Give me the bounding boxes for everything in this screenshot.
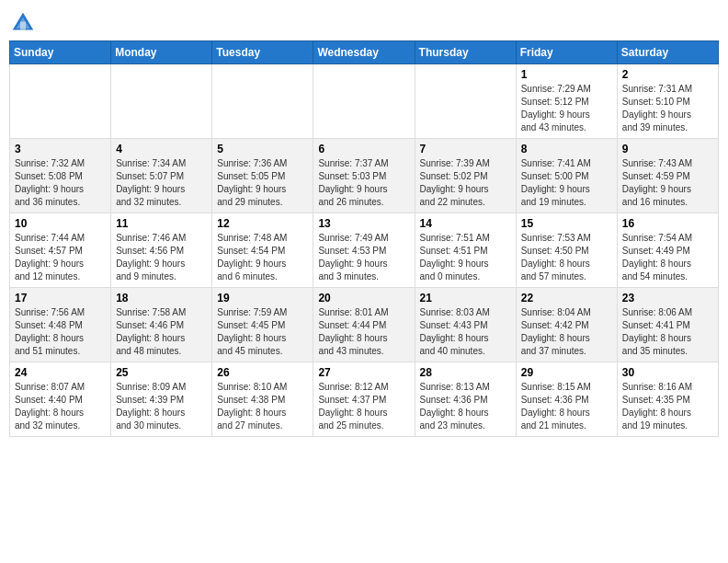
day-number: 4	[116, 143, 207, 155]
day-number: 30	[622, 366, 713, 379]
calendar-cell: 6Sunrise: 7:37 AM Sunset: 5:03 PM Daylig…	[313, 139, 415, 213]
day-number: 16	[622, 217, 713, 230]
calendar-cell: 16Sunrise: 7:54 AM Sunset: 4:49 PM Dayli…	[617, 213, 718, 288]
calendar-cell: 7Sunrise: 7:39 AM Sunset: 5:02 PM Daylig…	[415, 139, 516, 213]
day-number: 18	[116, 292, 207, 304]
col-header-monday: Monday	[111, 41, 212, 64]
calendar-cell	[415, 64, 516, 139]
calendar-cell: 17Sunrise: 7:56 AM Sunset: 4:48 PM Dayli…	[10, 288, 111, 362]
day-info: Sunrise: 7:54 AM Sunset: 4:49 PM Dayligh…	[622, 232, 713, 283]
day-info: Sunrise: 8:06 AM Sunset: 4:41 PM Dayligh…	[622, 306, 713, 358]
day-info: Sunrise: 7:44 AM Sunset: 4:57 PM Dayligh…	[15, 232, 106, 283]
calendar-cell: 12Sunrise: 7:48 AM Sunset: 4:54 PM Dayli…	[212, 213, 313, 288]
day-number: 22	[521, 292, 612, 304]
day-number: 13	[318, 217, 409, 230]
day-info: Sunrise: 7:49 AM Sunset: 4:53 PM Dayligh…	[318, 232, 409, 283]
day-number: 27	[318, 366, 409, 379]
day-info: Sunrise: 7:37 AM Sunset: 5:03 PM Dayligh…	[318, 157, 409, 209]
week-row-5: 24Sunrise: 8:07 AM Sunset: 4:40 PM Dayli…	[10, 362, 719, 437]
day-info: Sunrise: 7:34 AM Sunset: 5:07 PM Dayligh…	[116, 157, 207, 209]
calendar-cell: 8Sunrise: 7:41 AM Sunset: 5:00 PM Daylig…	[516, 139, 617, 213]
day-number: 19	[217, 292, 308, 304]
day-info: Sunrise: 7:48 AM Sunset: 4:54 PM Dayligh…	[217, 232, 308, 283]
day-number: 10	[15, 217, 106, 230]
calendar-cell: 2Sunrise: 7:31 AM Sunset: 5:10 PM Daylig…	[617, 64, 718, 139]
calendar-cell: 11Sunrise: 7:46 AM Sunset: 4:56 PM Dayli…	[111, 213, 212, 288]
col-header-friday: Friday	[516, 41, 617, 64]
logo	[9, 9, 40, 37]
day-info: Sunrise: 7:58 AM Sunset: 4:46 PM Dayligh…	[116, 306, 207, 358]
day-number: 9	[622, 143, 713, 155]
day-info: Sunrise: 8:09 AM Sunset: 4:39 PM Dayligh…	[116, 381, 207, 432]
day-info: Sunrise: 7:59 AM Sunset: 4:45 PM Dayligh…	[217, 306, 308, 358]
day-number: 23	[622, 292, 713, 304]
day-number: 25	[116, 366, 207, 379]
calendar-cell: 21Sunrise: 8:03 AM Sunset: 4:43 PM Dayli…	[415, 288, 516, 362]
calendar-cell: 18Sunrise: 7:58 AM Sunset: 4:46 PM Dayli…	[111, 288, 212, 362]
calendar-cell: 27Sunrise: 8:12 AM Sunset: 4:37 PM Dayli…	[313, 362, 415, 437]
day-number: 3	[15, 143, 106, 155]
day-number: 12	[217, 217, 308, 230]
day-number: 28	[420, 366, 511, 379]
col-header-wednesday: Wednesday	[313, 41, 415, 64]
header-row: SundayMondayTuesdayWednesdayThursdayFrid…	[10, 41, 719, 64]
day-info: Sunrise: 7:31 AM Sunset: 5:10 PM Dayligh…	[622, 83, 713, 134]
calendar-cell: 22Sunrise: 8:04 AM Sunset: 4:42 PM Dayli…	[516, 288, 617, 362]
day-info: Sunrise: 7:32 AM Sunset: 5:08 PM Dayligh…	[15, 157, 106, 209]
day-number: 17	[15, 292, 106, 304]
day-number: 5	[217, 143, 308, 155]
calendar-cell	[10, 64, 111, 139]
svg-rect-2	[20, 22, 26, 30]
calendar-cell: 29Sunrise: 8:15 AM Sunset: 4:36 PM Dayli…	[516, 362, 617, 437]
calendar-cell	[111, 64, 212, 139]
day-info: Sunrise: 7:56 AM Sunset: 4:48 PM Dayligh…	[15, 306, 106, 358]
week-row-2: 3Sunrise: 7:32 AM Sunset: 5:08 PM Daylig…	[10, 139, 719, 213]
day-number: 11	[116, 217, 207, 230]
day-info: Sunrise: 8:16 AM Sunset: 4:35 PM Dayligh…	[622, 381, 713, 432]
day-number: 26	[217, 366, 308, 379]
calendar-cell: 15Sunrise: 7:53 AM Sunset: 4:50 PM Dayli…	[516, 213, 617, 288]
week-row-4: 17Sunrise: 7:56 AM Sunset: 4:48 PM Dayli…	[10, 288, 719, 362]
day-info: Sunrise: 7:41 AM Sunset: 5:00 PM Dayligh…	[521, 157, 612, 209]
calendar-cell: 4Sunrise: 7:34 AM Sunset: 5:07 PM Daylig…	[111, 139, 212, 213]
day-info: Sunrise: 8:13 AM Sunset: 4:36 PM Dayligh…	[420, 381, 511, 432]
col-header-sunday: Sunday	[10, 41, 111, 64]
calendar-cell: 14Sunrise: 7:51 AM Sunset: 4:51 PM Dayli…	[415, 213, 516, 288]
day-info: Sunrise: 8:01 AM Sunset: 4:44 PM Dayligh…	[318, 306, 409, 358]
day-info: Sunrise: 7:53 AM Sunset: 4:50 PM Dayligh…	[521, 232, 612, 283]
calendar-cell: 25Sunrise: 8:09 AM Sunset: 4:39 PM Dayli…	[111, 362, 212, 437]
calendar-cell: 23Sunrise: 8:06 AM Sunset: 4:41 PM Dayli…	[617, 288, 718, 362]
day-number: 6	[318, 143, 409, 155]
calendar-cell: 20Sunrise: 8:01 AM Sunset: 4:44 PM Dayli…	[313, 288, 415, 362]
calendar-cell: 24Sunrise: 8:07 AM Sunset: 4:40 PM Dayli…	[10, 362, 111, 437]
col-header-saturday: Saturday	[617, 41, 718, 64]
calendar-cell: 9Sunrise: 7:43 AM Sunset: 4:59 PM Daylig…	[617, 139, 718, 213]
page-header	[9, 9, 719, 37]
day-info: Sunrise: 8:03 AM Sunset: 4:43 PM Dayligh…	[420, 306, 511, 358]
col-header-tuesday: Tuesday	[212, 41, 313, 64]
day-info: Sunrise: 7:36 AM Sunset: 5:05 PM Dayligh…	[217, 157, 308, 209]
day-info: Sunrise: 8:04 AM Sunset: 4:42 PM Dayligh…	[521, 306, 612, 358]
day-number: 15	[521, 217, 612, 230]
day-info: Sunrise: 8:15 AM Sunset: 4:36 PM Dayligh…	[521, 381, 612, 432]
day-number: 29	[521, 366, 612, 379]
day-info: Sunrise: 7:43 AM Sunset: 4:59 PM Dayligh…	[622, 157, 713, 209]
calendar-cell: 5Sunrise: 7:36 AM Sunset: 5:05 PM Daylig…	[212, 139, 313, 213]
logo-icon	[9, 9, 37, 37]
day-number: 21	[420, 292, 511, 304]
day-number: 8	[521, 143, 612, 155]
day-number: 24	[15, 366, 106, 379]
day-number: 2	[622, 68, 713, 81]
day-info: Sunrise: 7:39 AM Sunset: 5:02 PM Dayligh…	[420, 157, 511, 209]
calendar-cell	[313, 64, 415, 139]
day-info: Sunrise: 7:51 AM Sunset: 4:51 PM Dayligh…	[420, 232, 511, 283]
calendar-cell	[212, 64, 313, 139]
calendar-cell: 30Sunrise: 8:16 AM Sunset: 4:35 PM Dayli…	[617, 362, 718, 437]
day-number: 14	[420, 217, 511, 230]
calendar-cell: 13Sunrise: 7:49 AM Sunset: 4:53 PM Dayli…	[313, 213, 415, 288]
calendar-cell: 26Sunrise: 8:10 AM Sunset: 4:38 PM Dayli…	[212, 362, 313, 437]
day-info: Sunrise: 7:29 AM Sunset: 5:12 PM Dayligh…	[521, 83, 612, 134]
calendar-cell: 3Sunrise: 7:32 AM Sunset: 5:08 PM Daylig…	[10, 139, 111, 213]
day-number: 1	[521, 68, 612, 81]
day-info: Sunrise: 8:07 AM Sunset: 4:40 PM Dayligh…	[15, 381, 106, 432]
